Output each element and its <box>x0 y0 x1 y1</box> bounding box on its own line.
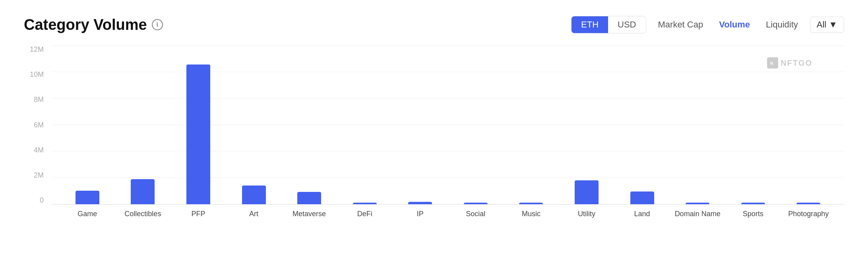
chart-area: 0 2M 4M 6M 8M 10M 12M <box>24 45 844 229</box>
bar-item[interactable] <box>115 179 171 204</box>
y-axis: 0 2M 4M 6M 8M 10M 12M <box>24 45 44 205</box>
bar-domain-name[interactable] <box>686 203 709 204</box>
y-label-10m: 10M <box>24 70 44 79</box>
bar-item[interactable] <box>559 180 614 204</box>
bar-ip[interactable] <box>408 202 432 205</box>
bar-defi[interactable] <box>353 203 377 204</box>
bar-item[interactable] <box>670 203 725 204</box>
x-label-photography: Photography <box>781 210 837 218</box>
bar-utility[interactable] <box>575 180 599 204</box>
bar-music[interactable] <box>519 203 543 204</box>
market-cap-tab[interactable]: Market Cap <box>658 18 703 31</box>
x-label-defi: DeFi <box>337 210 393 218</box>
y-label-8m: 8M <box>24 96 44 104</box>
chevron-down-icon: ▼ <box>829 20 837 30</box>
y-label-12m: 12M <box>24 45 44 54</box>
y-label-6m: 6M <box>24 121 44 129</box>
y-label-2m: 2M <box>24 171 44 180</box>
bar-item[interactable] <box>504 203 559 204</box>
x-label-game: Game <box>60 210 115 218</box>
svg-text:N: N <box>770 61 774 66</box>
chart-header: Category Volume i ETH USD Market Cap Vol… <box>24 16 844 33</box>
watermark: N NFTGO <box>767 57 812 68</box>
bar-sports[interactable] <box>741 203 765 204</box>
bar-collectibles[interactable] <box>131 179 155 204</box>
bar-item[interactable] <box>781 203 837 204</box>
bar-item[interactable] <box>725 203 781 204</box>
filter-dropdown[interactable]: All ▼ <box>810 17 844 33</box>
y-label-0: 0 <box>24 196 44 205</box>
bar-land[interactable] <box>630 191 654 205</box>
x-label-social: Social <box>448 210 504 218</box>
chart-title: Category Volume <box>24 16 147 33</box>
bar-pfp[interactable] <box>186 64 210 204</box>
bar-photography[interactable] <box>796 203 820 204</box>
x-label-land: Land <box>614 210 670 218</box>
x-label-ip: IP <box>392 210 448 218</box>
metric-tabs: Market Cap Volume Liquidity <box>658 18 798 31</box>
nftgo-logo-icon: N <box>767 57 778 68</box>
currency-toggle: ETH USD <box>571 16 646 33</box>
x-label-utility: Utility <box>559 210 614 218</box>
bar-game[interactable] <box>76 191 99 204</box>
controls: ETH USD Market Cap Volume Liquidity All … <box>571 16 844 33</box>
bar-item[interactable] <box>60 191 115 204</box>
bar-item[interactable] <box>448 203 504 204</box>
volume-tab[interactable]: Volume <box>719 18 750 31</box>
bar-item[interactable] <box>226 186 282 204</box>
bar-item[interactable] <box>281 192 337 204</box>
bar-metaverse[interactable] <box>297 192 321 204</box>
bar-item[interactable] <box>170 64 226 204</box>
eth-button[interactable]: ETH <box>572 16 608 33</box>
bar-item[interactable] <box>614 191 670 205</box>
page-container: Category Volume i ETH USD Market Cap Vol… <box>0 0 868 254</box>
x-label-domain-name: Domain Name <box>670 210 725 218</box>
liquidity-tab[interactable]: Liquidity <box>766 18 798 31</box>
bar-art[interactable] <box>242 186 266 204</box>
filter-label: All <box>817 20 826 30</box>
info-icon[interactable]: i <box>152 19 163 30</box>
chart-inner <box>52 45 844 205</box>
x-label-art: Art <box>226 210 282 218</box>
x-label-metaverse: Metaverse <box>281 210 337 218</box>
usd-button[interactable]: USD <box>608 16 645 33</box>
watermark-text: NFTGO <box>781 59 812 68</box>
x-label-music: Music <box>504 210 559 218</box>
title-area: Category Volume i <box>24 16 163 33</box>
bar-item[interactable] <box>392 202 448 205</box>
bar-item[interactable] <box>337 203 393 204</box>
bars-group <box>52 45 844 204</box>
bar-social[interactable] <box>464 203 488 204</box>
x-labels: GameCollectiblesPFPArtMetaverseDeFiIPSoc… <box>52 207 844 229</box>
x-label-pfp: PFP <box>170 210 226 218</box>
x-label-collectibles: Collectibles <box>115 210 171 218</box>
y-label-4m: 4M <box>24 146 44 154</box>
x-label-sports: Sports <box>725 210 781 218</box>
